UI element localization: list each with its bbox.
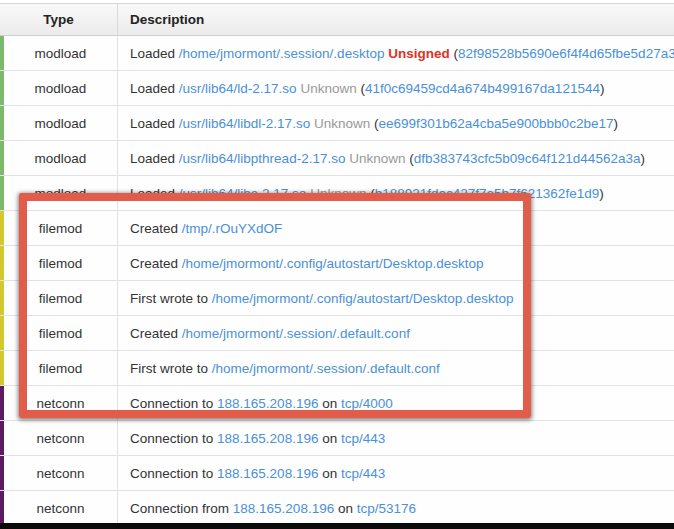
- description-text: Connection to: [130, 431, 217, 446]
- description-text: Connection to: [130, 466, 217, 481]
- table-row: filemod Created /tmp/.rOuYXdOF: [0, 211, 674, 246]
- row-type-label: modload: [4, 106, 118, 140]
- row-description: First wrote to /home/jmormont/.session/.…: [118, 351, 674, 385]
- row-type-label: modload: [4, 36, 118, 70]
- row-type-label: netconn: [4, 456, 118, 490]
- row-type-label: netconn: [4, 491, 118, 525]
- description-text: Loaded: [130, 46, 179, 61]
- column-header-description[interactable]: Description: [118, 4, 674, 35]
- row-description: Created /tmp/.rOuYXdOF: [118, 211, 674, 245]
- process-event-table: Type Description modload Loaded /home/jm…: [0, 0, 674, 529]
- row-type-label: filemod: [4, 351, 118, 385]
- row-description: Loaded /usr/lib64/ld-2.17.so Unknown (41…: [118, 71, 674, 105]
- description-link[interactable]: /home/jmormont/.session/.default.conf: [182, 326, 410, 341]
- description-link[interactable]: tcp/443: [341, 431, 385, 446]
- description-link[interactable]: 82f98528b5690e6f4f4d65fbe5d27a36: [458, 46, 674, 61]
- description-link[interactable]: /usr/lib64/libc-2.17.so: [179, 186, 307, 201]
- description-link[interactable]: tcp/4000: [341, 396, 393, 411]
- row-type-label: filemod: [4, 316, 118, 350]
- table-row: netconn Connection to 188.165.208.196 on…: [0, 421, 674, 456]
- table-row: modload Loaded /usr/lib64/libc-2.17.so U…: [0, 176, 674, 211]
- description-link[interactable]: 188.165.208.196: [217, 396, 318, 411]
- description-link[interactable]: 41f0c69459cd4a674b499167da121544: [365, 81, 600, 96]
- row-description: Loaded /usr/lib64/libc-2.17.so Unknown (…: [118, 176, 674, 210]
- table-row: filemod Created /home/jmormont/.config/a…: [0, 246, 674, 281]
- row-description: Created /home/jmormont/.config/autostart…: [118, 246, 674, 280]
- description-link[interactable]: /home/jmormont/.config/autostart/Desktop…: [182, 256, 484, 271]
- description-text: ): [640, 151, 645, 166]
- description-text: Unknown: [314, 116, 370, 131]
- description-link[interactable]: /usr/lib64/ld-2.17.so: [179, 81, 297, 96]
- row-description: Loaded /home/jmormont/.session/.desktop …: [118, 36, 674, 70]
- description-link[interactable]: /home/jmormont/.config/autostart/Desktop…: [212, 291, 514, 306]
- description-text: (: [370, 116, 378, 131]
- description-link[interactable]: /usr/lib64/libpthread-2.17.so: [179, 151, 346, 166]
- description-link[interactable]: /tmp/.rOuYXdOF: [182, 221, 283, 236]
- description-text: on: [318, 431, 341, 446]
- description-text: ): [599, 186, 604, 201]
- description-text: (: [405, 151, 413, 166]
- description-link[interactable]: /home/jmormont/.session/.default.conf: [212, 361, 440, 376]
- table-row: modload Loaded /home/jmormont/.session/.…: [0, 36, 674, 71]
- description-link[interactable]: b188921fdac427f7e5b7f621362fe1d9: [375, 186, 599, 201]
- description-text: First wrote to: [130, 291, 212, 306]
- description-text: (: [366, 186, 374, 201]
- row-type-label: modload: [4, 71, 118, 105]
- table-row: filemod First wrote to /home/jmormont/.s…: [0, 351, 674, 386]
- description-text: Loaded: [130, 81, 179, 96]
- description-link[interactable]: /home/jmormont/.session/.desktop: [179, 46, 385, 61]
- description-text: Unknown: [300, 81, 356, 96]
- table-row: filemod First wrote to /home/jmormont/.c…: [0, 281, 674, 316]
- table-body: modload Loaded /home/jmormont/.session/.…: [0, 36, 674, 526]
- description-text: Loaded: [130, 116, 179, 131]
- description-text: Loaded: [130, 151, 179, 166]
- table-row: modload Loaded /usr/lib64/libdl-2.17.so …: [0, 106, 674, 141]
- description-text: Unsigned: [388, 46, 450, 61]
- row-description: Connection to 188.165.208.196 on tcp/443: [118, 421, 674, 455]
- description-text: (: [357, 81, 365, 96]
- description-text: Created: [130, 256, 182, 271]
- row-description: Loaded /usr/lib64/libdl-2.17.so Unknown …: [118, 106, 674, 140]
- column-header-type[interactable]: Type: [0, 4, 118, 35]
- description-link[interactable]: ee699f301b62a4cba5e900bbb0c2be17: [378, 116, 613, 131]
- description-text: First wrote to: [130, 361, 212, 376]
- table-row: netconn Connection to 188.165.208.196 on…: [0, 386, 674, 421]
- row-description: Connection from 188.165.208.196 on tcp/5…: [118, 491, 674, 525]
- table-row: modload Loaded /usr/lib64/libpthread-2.1…: [0, 141, 674, 176]
- description-text: Connection from: [130, 501, 233, 516]
- description-text: Created: [130, 326, 182, 341]
- row-type-label: modload: [4, 141, 118, 175]
- description-link[interactable]: 188.165.208.196: [217, 431, 318, 446]
- description-link[interactable]: 188.165.208.196: [233, 501, 334, 516]
- row-type-label: filemod: [4, 246, 118, 280]
- row-description: Connection to 188.165.208.196 on tcp/400…: [118, 386, 674, 420]
- window-bottom-edge: [0, 523, 674, 529]
- description-text: on: [318, 466, 341, 481]
- row-type-label: modload: [4, 176, 118, 210]
- description-link[interactable]: /usr/lib64/libdl-2.17.so: [179, 116, 310, 131]
- table-row: netconn Connection from 188.165.208.196 …: [0, 491, 674, 526]
- description-text: on: [318, 396, 341, 411]
- description-text: Unknown: [349, 151, 405, 166]
- row-description: Created /home/jmormont/.session/.default…: [118, 316, 674, 350]
- description-text: Loaded: [130, 186, 179, 201]
- description-text: (: [450, 46, 458, 61]
- table-row: netconn Connection to 188.165.208.196 on…: [0, 456, 674, 491]
- table-row: modload Loaded /usr/lib64/ld-2.17.so Unk…: [0, 71, 674, 106]
- description-link[interactable]: 188.165.208.196: [217, 466, 318, 481]
- row-type-label: filemod: [4, 211, 118, 245]
- description-text: ): [613, 116, 618, 131]
- description-text: Created: [130, 221, 182, 236]
- description-text: Unknown: [310, 186, 366, 201]
- row-type-label: netconn: [4, 421, 118, 455]
- row-description: First wrote to /home/jmormont/.config/au…: [118, 281, 674, 315]
- row-type-label: filemod: [4, 281, 118, 315]
- description-link[interactable]: tcp/443: [341, 466, 385, 481]
- row-description: Connection to 188.165.208.196 on tcp/443: [118, 456, 674, 490]
- description-text: Connection to: [130, 396, 217, 411]
- description-text: ): [600, 81, 605, 96]
- row-description: Loaded /usr/lib64/libpthread-2.17.so Unk…: [118, 141, 674, 175]
- description-link[interactable]: dfb383743cfc5b09c64f121d44562a3a: [414, 151, 641, 166]
- description-link[interactable]: tcp/53176: [357, 501, 416, 516]
- table-row: filemod Created /home/jmormont/.session/…: [0, 316, 674, 351]
